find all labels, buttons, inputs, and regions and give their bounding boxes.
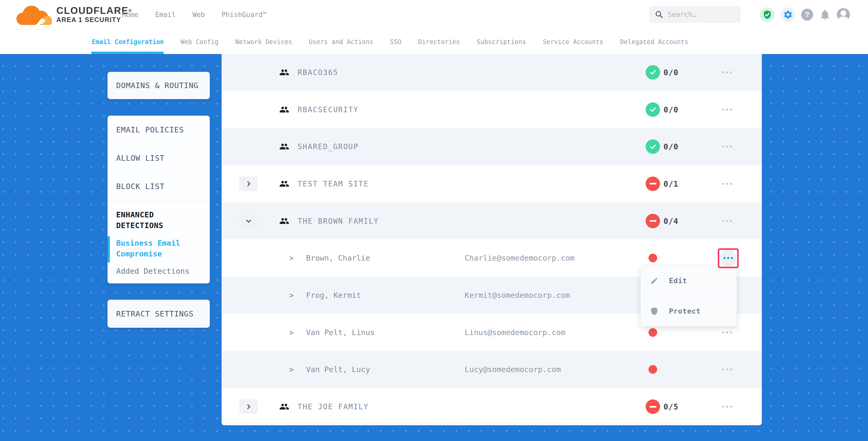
notifications-bell-icon[interactable] bbox=[819, 9, 831, 21]
row-actions-button[interactable] bbox=[711, 139, 743, 154]
top-nav: HomeEmailWebPhishGuard™ bbox=[122, 0, 267, 29]
status-check-icon bbox=[646, 102, 660, 117]
table-row-the-brown-family[interactable]: THE BROWN FAMILY0/4 bbox=[222, 202, 762, 240]
group-name: TEST TEAM SITE bbox=[298, 179, 369, 188]
sidebar-item-retract-settings[interactable]: RETRACT SETTINGS bbox=[107, 300, 210, 328]
tab-delegated-accounts[interactable]: Delegated Accounts bbox=[620, 38, 688, 45]
enhanced-detections-title: ENHANCED DETECTIONS bbox=[116, 210, 203, 231]
cloudflare-logo-icon bbox=[14, 4, 54, 26]
member-chevron: > bbox=[289, 328, 294, 337]
protected-count: 0/1 bbox=[663, 179, 678, 188]
menu-item-protect[interactable]: Protect bbox=[641, 296, 737, 326]
group-icon bbox=[279, 180, 289, 188]
row-context-menu: EditProtect bbox=[640, 265, 737, 326]
status-minus-icon bbox=[646, 400, 660, 414]
status-dot-icon bbox=[649, 328, 657, 337]
directory-table: RBACO3650/0RBACSECURITY0/0SHARED_GROUP0/… bbox=[222, 54, 762, 425]
top-nav-link-web[interactable]: Web bbox=[192, 11, 205, 19]
group-name: RBACO365 bbox=[298, 68, 338, 76]
sidebar-item-email-policies[interactable]: EMAIL POLICIES bbox=[107, 116, 210, 144]
logo-title: CLOUDFLARE bbox=[56, 5, 128, 16]
row-actions-button[interactable] bbox=[711, 399, 743, 414]
member-chevron: > bbox=[289, 254, 294, 262]
enhanced-detections-section: ENHANCED DETECTIONS Business Email Compr… bbox=[107, 200, 210, 276]
row-actions-button[interactable] bbox=[711, 176, 743, 192]
sidebar-item-block-list[interactable]: BLOCK LIST bbox=[107, 172, 210, 200]
table-row-van-pelt-lucy[interactable]: >Van Pelt, LucyLucy@somedemocorp.com bbox=[222, 351, 762, 388]
protected-count: 0/0 bbox=[663, 68, 678, 77]
member-name: Van Pelt, Linus bbox=[306, 328, 375, 337]
expand-chevron-button[interactable] bbox=[239, 399, 258, 414]
top-nav-link-phishguard[interactable]: PhishGuard™ bbox=[222, 11, 267, 19]
member-email: Charlie@somedemocorp.com bbox=[465, 254, 575, 262]
member-chevron: > bbox=[289, 291, 294, 300]
tab-network-devices[interactable]: Network Devices bbox=[235, 38, 292, 45]
sidebar-item-business-email-compromise[interactable]: Business Email Compromise bbox=[116, 237, 203, 260]
row-actions-button[interactable] bbox=[711, 324, 743, 340]
tab-sso[interactable]: SSO bbox=[390, 38, 401, 45]
row-actions-button[interactable] bbox=[711, 213, 743, 229]
sidebar-item-label: Business Email Compromise bbox=[116, 238, 203, 259]
menu-item-edit[interactable]: Edit bbox=[641, 265, 737, 296]
domains-routing-label: DOMAINS & ROUTING bbox=[116, 81, 198, 90]
search-icon bbox=[655, 10, 663, 18]
policy-list: EMAIL POLICIESALLOW LISTBLOCK LIST bbox=[107, 116, 210, 200]
header-icons: ? bbox=[760, 6, 850, 23]
table-row-rbaco365[interactable]: RBACO3650/0 bbox=[222, 54, 762, 91]
group-name: THE BROWN FAMILY bbox=[298, 217, 379, 225]
settings-gear-icon[interactable] bbox=[780, 7, 795, 22]
sidebar-item-allow-list[interactable]: ALLOW LIST bbox=[107, 144, 210, 172]
protected-count: 0/4 bbox=[663, 216, 678, 225]
group-name: SHARED_GROUP bbox=[298, 143, 359, 151]
tab-directories[interactable]: Directories bbox=[418, 38, 460, 45]
retract-settings-label: RETRACT SETTINGS bbox=[116, 309, 193, 318]
sidebar-policies-card: EMAIL POLICIESALLOW LISTBLOCK LIST ENHAN… bbox=[107, 116, 210, 283]
expand-chevron-button[interactable] bbox=[239, 177, 258, 191]
member-email: Lucy@somedemocorp.com bbox=[465, 365, 561, 374]
logo-text: CLOUDFLARE® AREA 1 SECURITY bbox=[56, 6, 132, 24]
sidebar-item-label: ALLOW LIST bbox=[116, 154, 165, 163]
group-icon bbox=[279, 105, 289, 114]
table-row-shared-group[interactable]: SHARED_GROUP0/0 bbox=[222, 128, 762, 165]
member-chevron: > bbox=[289, 365, 294, 374]
search-input[interactable]: Search… bbox=[649, 6, 741, 23]
table-row-test-team-site[interactable]: TEST TEAM SITE0/1 bbox=[222, 165, 762, 202]
group-icon bbox=[279, 143, 289, 151]
menu-item-label: Protect bbox=[669, 307, 701, 315]
group-icon bbox=[279, 403, 289, 411]
selection-highlight bbox=[718, 248, 739, 268]
user-avatar-icon[interactable] bbox=[837, 8, 850, 21]
shield-check-icon[interactable] bbox=[760, 7, 775, 22]
table-row-the-joe-family[interactable]: THE JOE FAMILY0/5 bbox=[222, 388, 762, 425]
top-header: CLOUDFLARE® AREA 1 SECURITY HomeEmailWeb… bbox=[0, 0, 868, 29]
tab-email-configuration[interactable]: Email Configuration bbox=[92, 38, 164, 45]
row-actions-button[interactable] bbox=[711, 64, 743, 80]
tab-subscriptions[interactable]: Subscriptions bbox=[477, 38, 526, 45]
protected-count: 0/5 bbox=[663, 402, 678, 411]
member-email: Linus@somedemocorp.com bbox=[465, 328, 565, 337]
sidebar-item-domains-routing[interactable]: DOMAINS & ROUTING bbox=[107, 72, 210, 99]
top-nav-link-home[interactable]: Home bbox=[122, 11, 138, 19]
row-actions-button[interactable] bbox=[711, 361, 743, 377]
collapse-chevron-button[interactable] bbox=[239, 214, 258, 228]
status-dot-icon bbox=[649, 254, 657, 262]
member-name: Frog, Kermit bbox=[306, 291, 361, 300]
logo-subtitle: AREA 1 SECURITY bbox=[56, 16, 132, 24]
row-actions-button[interactable] bbox=[711, 102, 743, 118]
group-name: RBACSECURITY bbox=[298, 105, 359, 114]
member-email: Kermit@somedemocorp.com bbox=[465, 291, 570, 300]
tab-users-and-actions[interactable]: Users and Actions bbox=[309, 38, 373, 45]
sidebar-item-label: BLOCK LIST bbox=[116, 182, 165, 191]
table-row-rbacsecurity[interactable]: RBACSECURITY0/0 bbox=[222, 91, 762, 128]
top-nav-link-email[interactable]: Email bbox=[155, 11, 176, 19]
sidebar-item-added-detections[interactable]: Added Detections bbox=[116, 266, 203, 276]
status-minus-icon bbox=[646, 214, 660, 228]
status-minus-icon bbox=[646, 177, 660, 191]
tab-service-accounts[interactable]: Service Accounts bbox=[543, 38, 603, 45]
group-name: THE JOE FAMILY bbox=[298, 403, 369, 411]
menu-item-label: Edit bbox=[669, 277, 687, 285]
help-icon[interactable]: ? bbox=[801, 9, 813, 21]
search-placeholder: Search… bbox=[668, 10, 696, 18]
tab-web-config[interactable]: Web Config bbox=[181, 38, 219, 45]
active-tab-underline bbox=[91, 52, 164, 54]
